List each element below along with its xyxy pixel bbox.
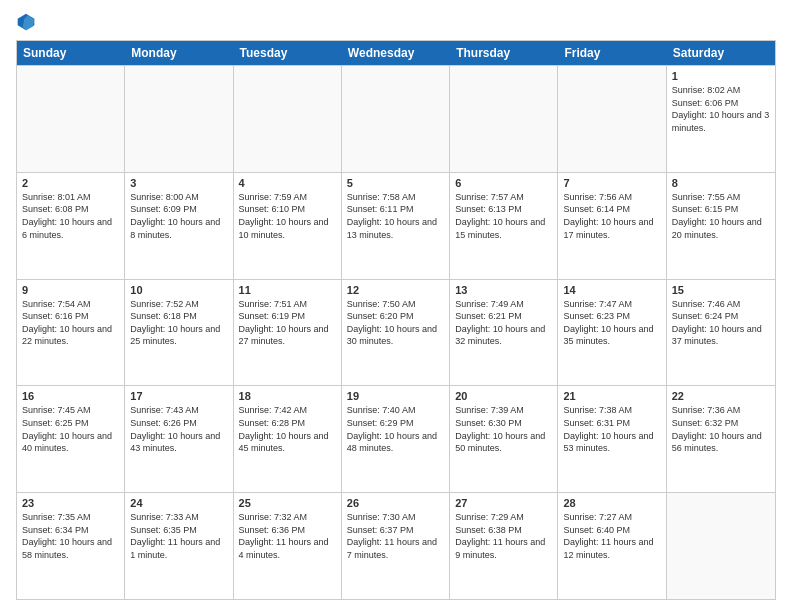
weekday-header-tuesday: Tuesday <box>234 41 342 65</box>
calendar-row-1: 1Sunrise: 8:02 AM Sunset: 6:06 PM Daylig… <box>17 65 775 172</box>
day-cell-9: 9Sunrise: 7:54 AM Sunset: 6:16 PM Daylig… <box>17 280 125 386</box>
day-info: Sunrise: 7:59 AM Sunset: 6:10 PM Dayligh… <box>239 191 336 241</box>
day-info: Sunrise: 7:43 AM Sunset: 6:26 PM Dayligh… <box>130 404 227 454</box>
day-cell-23: 23Sunrise: 7:35 AM Sunset: 6:34 PM Dayli… <box>17 493 125 599</box>
day-number: 9 <box>22 284 119 296</box>
day-cell-17: 17Sunrise: 7:43 AM Sunset: 6:26 PM Dayli… <box>125 386 233 492</box>
day-cell-22: 22Sunrise: 7:36 AM Sunset: 6:32 PM Dayli… <box>667 386 775 492</box>
day-cell-empty-0-3 <box>342 66 450 172</box>
day-number: 28 <box>563 497 660 509</box>
day-number: 1 <box>672 70 770 82</box>
day-cell-empty-0-1 <box>125 66 233 172</box>
day-number: 3 <box>130 177 227 189</box>
day-info: Sunrise: 7:40 AM Sunset: 6:29 PM Dayligh… <box>347 404 444 454</box>
day-number: 25 <box>239 497 336 509</box>
day-number: 20 <box>455 390 552 402</box>
day-cell-20: 20Sunrise: 7:39 AM Sunset: 6:30 PM Dayli… <box>450 386 558 492</box>
day-number: 19 <box>347 390 444 402</box>
day-number: 4 <box>239 177 336 189</box>
day-info: Sunrise: 7:49 AM Sunset: 6:21 PM Dayligh… <box>455 298 552 348</box>
day-info: Sunrise: 7:47 AM Sunset: 6:23 PM Dayligh… <box>563 298 660 348</box>
day-number: 14 <box>563 284 660 296</box>
day-cell-3: 3Sunrise: 8:00 AM Sunset: 6:09 PM Daylig… <box>125 173 233 279</box>
day-info: Sunrise: 7:30 AM Sunset: 6:37 PM Dayligh… <box>347 511 444 561</box>
day-info: Sunrise: 7:35 AM Sunset: 6:34 PM Dayligh… <box>22 511 119 561</box>
day-cell-empty-0-5 <box>558 66 666 172</box>
day-number: 5 <box>347 177 444 189</box>
day-info: Sunrise: 7:36 AM Sunset: 6:32 PM Dayligh… <box>672 404 770 454</box>
day-info: Sunrise: 8:01 AM Sunset: 6:08 PM Dayligh… <box>22 191 119 241</box>
day-info: Sunrise: 7:32 AM Sunset: 6:36 PM Dayligh… <box>239 511 336 561</box>
day-cell-7: 7Sunrise: 7:56 AM Sunset: 6:14 PM Daylig… <box>558 173 666 279</box>
logo <box>16 12 40 32</box>
day-number: 11 <box>239 284 336 296</box>
day-cell-11: 11Sunrise: 7:51 AM Sunset: 6:19 PM Dayli… <box>234 280 342 386</box>
day-number: 2 <box>22 177 119 189</box>
calendar-header-row: SundayMondayTuesdayWednesdayThursdayFrid… <box>17 41 775 65</box>
day-cell-19: 19Sunrise: 7:40 AM Sunset: 6:29 PM Dayli… <box>342 386 450 492</box>
day-number: 17 <box>130 390 227 402</box>
day-info: Sunrise: 7:56 AM Sunset: 6:14 PM Dayligh… <box>563 191 660 241</box>
weekday-header-wednesday: Wednesday <box>342 41 450 65</box>
calendar-row-4: 16Sunrise: 7:45 AM Sunset: 6:25 PM Dayli… <box>17 385 775 492</box>
calendar-row-2: 2Sunrise: 8:01 AM Sunset: 6:08 PM Daylig… <box>17 172 775 279</box>
day-info: Sunrise: 7:58 AM Sunset: 6:11 PM Dayligh… <box>347 191 444 241</box>
day-number: 18 <box>239 390 336 402</box>
day-cell-24: 24Sunrise: 7:33 AM Sunset: 6:35 PM Dayli… <box>125 493 233 599</box>
day-info: Sunrise: 7:55 AM Sunset: 6:15 PM Dayligh… <box>672 191 770 241</box>
day-info: Sunrise: 7:54 AM Sunset: 6:16 PM Dayligh… <box>22 298 119 348</box>
day-info: Sunrise: 7:57 AM Sunset: 6:13 PM Dayligh… <box>455 191 552 241</box>
day-cell-1: 1Sunrise: 8:02 AM Sunset: 6:06 PM Daylig… <box>667 66 775 172</box>
day-info: Sunrise: 7:39 AM Sunset: 6:30 PM Dayligh… <box>455 404 552 454</box>
logo-icon <box>16 12 36 32</box>
day-info: Sunrise: 7:29 AM Sunset: 6:38 PM Dayligh… <box>455 511 552 561</box>
day-cell-6: 6Sunrise: 7:57 AM Sunset: 6:13 PM Daylig… <box>450 173 558 279</box>
day-cell-5: 5Sunrise: 7:58 AM Sunset: 6:11 PM Daylig… <box>342 173 450 279</box>
day-cell-27: 27Sunrise: 7:29 AM Sunset: 6:38 PM Dayli… <box>450 493 558 599</box>
day-number: 8 <box>672 177 770 189</box>
day-cell-8: 8Sunrise: 7:55 AM Sunset: 6:15 PM Daylig… <box>667 173 775 279</box>
calendar-row-3: 9Sunrise: 7:54 AM Sunset: 6:16 PM Daylig… <box>17 279 775 386</box>
page: SundayMondayTuesdayWednesdayThursdayFrid… <box>0 0 792 612</box>
day-info: Sunrise: 7:33 AM Sunset: 6:35 PM Dayligh… <box>130 511 227 561</box>
calendar-row-5: 23Sunrise: 7:35 AM Sunset: 6:34 PM Dayli… <box>17 492 775 599</box>
calendar: SundayMondayTuesdayWednesdayThursdayFrid… <box>16 40 776 600</box>
day-number: 23 <box>22 497 119 509</box>
day-cell-18: 18Sunrise: 7:42 AM Sunset: 6:28 PM Dayli… <box>234 386 342 492</box>
weekday-header-saturday: Saturday <box>667 41 775 65</box>
day-cell-28: 28Sunrise: 7:27 AM Sunset: 6:40 PM Dayli… <box>558 493 666 599</box>
day-info: Sunrise: 7:50 AM Sunset: 6:20 PM Dayligh… <box>347 298 444 348</box>
day-number: 12 <box>347 284 444 296</box>
header <box>16 12 776 32</box>
day-info: Sunrise: 7:46 AM Sunset: 6:24 PM Dayligh… <box>672 298 770 348</box>
day-cell-15: 15Sunrise: 7:46 AM Sunset: 6:24 PM Dayli… <box>667 280 775 386</box>
day-number: 26 <box>347 497 444 509</box>
day-number: 21 <box>563 390 660 402</box>
day-cell-empty-0-4 <box>450 66 558 172</box>
day-cell-empty-0-2 <box>234 66 342 172</box>
day-number: 24 <box>130 497 227 509</box>
day-cell-14: 14Sunrise: 7:47 AM Sunset: 6:23 PM Dayli… <box>558 280 666 386</box>
day-number: 15 <box>672 284 770 296</box>
weekday-header-friday: Friday <box>558 41 666 65</box>
weekday-header-monday: Monday <box>125 41 233 65</box>
day-info: Sunrise: 7:27 AM Sunset: 6:40 PM Dayligh… <box>563 511 660 561</box>
day-info: Sunrise: 7:45 AM Sunset: 6:25 PM Dayligh… <box>22 404 119 454</box>
day-info: Sunrise: 7:51 AM Sunset: 6:19 PM Dayligh… <box>239 298 336 348</box>
day-number: 13 <box>455 284 552 296</box>
day-cell-empty-0-0 <box>17 66 125 172</box>
day-number: 22 <box>672 390 770 402</box>
day-number: 27 <box>455 497 552 509</box>
day-cell-12: 12Sunrise: 7:50 AM Sunset: 6:20 PM Dayli… <box>342 280 450 386</box>
day-cell-13: 13Sunrise: 7:49 AM Sunset: 6:21 PM Dayli… <box>450 280 558 386</box>
day-cell-10: 10Sunrise: 7:52 AM Sunset: 6:18 PM Dayli… <box>125 280 233 386</box>
day-cell-26: 26Sunrise: 7:30 AM Sunset: 6:37 PM Dayli… <box>342 493 450 599</box>
day-cell-16: 16Sunrise: 7:45 AM Sunset: 6:25 PM Dayli… <box>17 386 125 492</box>
day-info: Sunrise: 7:52 AM Sunset: 6:18 PM Dayligh… <box>130 298 227 348</box>
day-number: 7 <box>563 177 660 189</box>
day-info: Sunrise: 8:02 AM Sunset: 6:06 PM Dayligh… <box>672 84 770 134</box>
calendar-body: 1Sunrise: 8:02 AM Sunset: 6:06 PM Daylig… <box>17 65 775 599</box>
day-info: Sunrise: 8:00 AM Sunset: 6:09 PM Dayligh… <box>130 191 227 241</box>
day-cell-4: 4Sunrise: 7:59 AM Sunset: 6:10 PM Daylig… <box>234 173 342 279</box>
day-cell-2: 2Sunrise: 8:01 AM Sunset: 6:08 PM Daylig… <box>17 173 125 279</box>
